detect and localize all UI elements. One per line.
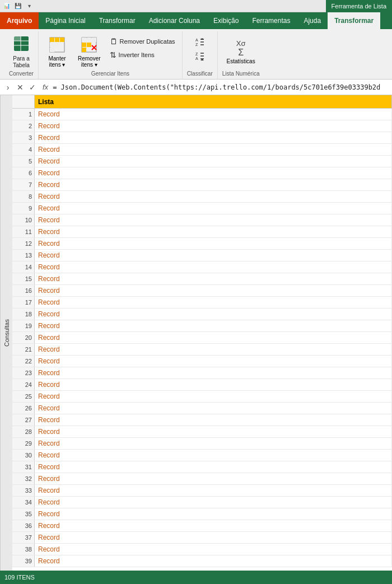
table-row[interactable]: 4Record — [12, 144, 392, 156]
table-row[interactable]: 21Record — [12, 344, 392, 356]
table-row[interactable]: 26Record — [12, 403, 392, 414]
row-cell-lista[interactable]: Record — [35, 309, 392, 320]
tab-pagina-inicial[interactable]: Página Inicial — [39, 12, 92, 29]
tab-transformar[interactable]: Transformar — [92, 12, 142, 29]
row-cell-lista[interactable]: Record — [35, 508, 392, 520]
row-cell-lista[interactable]: Record — [35, 191, 392, 202]
table-row[interactable]: 39Record — [12, 555, 392, 567]
row-cell-lista[interactable]: Record — [35, 144, 392, 155]
row-cell-lista[interactable]: Record — [35, 520, 392, 531]
row-cell-lista[interactable]: Record — [35, 344, 392, 355]
table-row[interactable]: 31Record — [12, 461, 392, 473]
formula-cancel-btn[interactable]: ✕ — [15, 82, 26, 93]
row-cell-lista[interactable]: Record — [35, 109, 392, 120]
table-row[interactable]: 2Record — [12, 120, 392, 132]
row-cell-lista[interactable]: Record — [35, 426, 392, 437]
table-row[interactable]: 28Record — [12, 426, 392, 438]
table-row[interactable]: 23Record — [12, 367, 392, 379]
table-row[interactable]: 20Record — [12, 332, 392, 344]
tab-ajuda[interactable]: Ajuda — [297, 12, 328, 29]
tab-adicionar-coluna[interactable]: Adicionar Coluna — [142, 12, 207, 29]
table-row[interactable]: 32Record — [12, 473, 392, 485]
row-cell-lista[interactable]: Record — [35, 473, 392, 484]
table-row[interactable]: 8Record — [12, 191, 392, 203]
row-cell-lista[interactable]: Record — [35, 356, 392, 367]
row-cell-lista[interactable]: Record — [35, 167, 392, 179]
btn-remover-itens[interactable]: Removeritens ▾ — [74, 34, 104, 71]
table-row[interactable]: 29Record — [12, 438, 392, 450]
col-header-lista[interactable]: Lista — [35, 95, 392, 108]
table-row[interactable]: 14Record — [12, 261, 392, 273]
table-row[interactable]: 33Record — [12, 485, 392, 497]
row-cell-lista[interactable]: Record — [35, 532, 392, 543]
row-cell-lista[interactable]: Record — [35, 367, 392, 379]
btn-manter-itens[interactable]: Manteritens ▾ — [43, 34, 71, 71]
row-cell-lista[interactable]: Record — [35, 250, 392, 261]
undo-dropdown-icon[interactable]: ▾ — [25, 2, 34, 11]
table-row[interactable]: 25Record — [12, 391, 392, 403]
btn-para-a-tabela[interactable]: Para aTabela — [9, 34, 34, 71]
table-row[interactable]: 11Record — [12, 226, 392, 238]
table-row[interactable]: 9Record — [12, 203, 392, 214]
row-cell-lista[interactable]: Record — [35, 544, 392, 555]
table-row[interactable]: 22Record — [12, 356, 392, 367]
row-cell-lista[interactable]: Record — [35, 461, 392, 473]
table-row[interactable]: 16Record — [12, 285, 392, 297]
formula-expand-icon[interactable]: › — [2, 82, 13, 93]
row-cell-lista[interactable]: Record — [35, 214, 392, 226]
table-row[interactable]: 19Record — [12, 320, 392, 332]
table-row[interactable]: 15Record — [12, 273, 392, 285]
row-cell-lista[interactable]: Record — [35, 485, 392, 496]
row-cell-lista[interactable]: Record — [35, 379, 392, 390]
btn-sort-za[interactable]: Z A — [193, 50, 207, 62]
table-row[interactable]: 35Record — [12, 508, 392, 520]
row-cell-lista[interactable]: Record — [35, 238, 392, 249]
tab-transformar-active[interactable]: Transformar — [328, 12, 380, 29]
row-cell-lista[interactable]: Record — [35, 120, 392, 132]
tab-ferramentas[interactable]: Ferramentas — [245, 12, 297, 29]
table-row[interactable]: 37Record — [12, 532, 392, 544]
row-cell-lista[interactable]: Record — [35, 555, 392, 567]
row-cell-lista[interactable]: Record — [35, 203, 392, 214]
row-cell-lista[interactable]: Record — [35, 273, 392, 284]
row-cell-lista[interactable]: Record — [35, 179, 392, 190]
table-row[interactable]: 24Record — [12, 379, 392, 391]
btn-remover-duplicatas[interactable]: 🗒 Remover Duplicatas — [108, 36, 178, 47]
formula-confirm-btn[interactable]: ✓ — [27, 82, 38, 93]
btn-inverter-itens[interactable]: ⇅ Inverter Itens — [108, 49, 178, 60]
row-cell-lista[interactable]: Record — [35, 132, 392, 143]
tab-exibicao[interactable]: Exibição — [207, 12, 245, 29]
row-cell-lista[interactable]: Record — [35, 403, 392, 414]
table-row[interactable]: 6Record — [12, 167, 392, 179]
row-cell-lista[interactable]: Record — [35, 332, 392, 343]
table-row[interactable]: 3Record — [12, 132, 392, 144]
table-row[interactable]: 5Record — [12, 156, 392, 167]
table-row[interactable]: 34Record — [12, 497, 392, 508]
row-cell-lista[interactable]: Record — [35, 450, 392, 461]
row-cell-lista[interactable]: Record — [35, 414, 392, 426]
row-cell-lista[interactable]: Record — [35, 497, 392, 508]
table-row[interactable]: 36Record — [12, 520, 392, 532]
row-cell-lista[interactable]: Record — [35, 438, 392, 449]
chart-icon[interactable]: 📊 — [2, 2, 11, 11]
row-cell-lista[interactable]: Record — [35, 297, 392, 308]
formula-input[interactable]: = Json.Document(Web.Contents("https://ap… — [53, 83, 390, 91]
row-cell-lista[interactable]: Record — [35, 285, 392, 296]
table-row[interactable]: 17Record — [12, 297, 392, 309]
table-row[interactable]: 38Record — [12, 544, 392, 555]
table-row[interactable]: 1Record — [12, 109, 392, 120]
table-row[interactable]: 7Record — [12, 179, 392, 191]
save-icon[interactable]: 💾 — [13, 2, 22, 11]
row-cell-lista[interactable]: Record — [35, 226, 392, 237]
table-row[interactable]: 10Record — [12, 214, 392, 226]
table-row[interactable]: 13Record — [12, 250, 392, 261]
ferramenta-de-lista-tab[interactable]: Ferramenta de Lista — [326, 0, 392, 12]
table-row[interactable]: 12Record — [12, 238, 392, 250]
btn-sort-az[interactable]: A Z — [193, 36, 207, 48]
table-row[interactable]: 30Record — [12, 450, 392, 461]
row-cell-lista[interactable]: Record — [35, 261, 392, 273]
table-row[interactable]: 27Record — [12, 414, 392, 426]
table-row[interactable]: 18Record — [12, 309, 392, 320]
tab-arquivo[interactable]: Arquivo — [0, 12, 39, 29]
btn-estatisticas[interactable]: Xσ Σ Estatísticas — [223, 34, 259, 71]
